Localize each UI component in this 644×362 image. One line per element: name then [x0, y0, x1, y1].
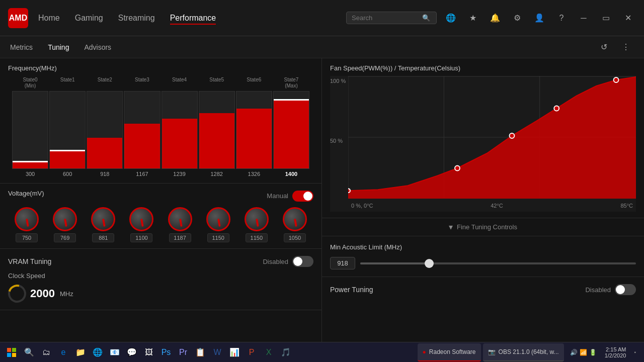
- acoustic-slider[interactable]: [360, 258, 636, 268]
- star-icon[interactable]: ★: [465, 10, 481, 26]
- voltage-toggle[interactable]: [292, 191, 313, 202]
- voltage-knob-3[interactable]: [129, 207, 153, 231]
- frequency-title: Frequency(MHz): [8, 64, 313, 72]
- freq-val-4: 1239: [162, 171, 198, 177]
- notification-area: 🔊 📶 🔋: [570, 349, 597, 356]
- voltage-knobs: 750 769 881 1100 1187: [8, 207, 313, 242]
- globe-icon[interactable]: 🌐: [443, 10, 459, 26]
- taskbar-excel-icon[interactable]: X: [261, 344, 277, 360]
- slider-thumb[interactable]: [425, 259, 434, 268]
- help-icon[interactable]: ?: [553, 10, 570, 26]
- taskbar-icon11[interactable]: 📊: [226, 344, 243, 360]
- radeon-software-app[interactable]: ● Radeon Software: [418, 343, 481, 361]
- taskbar-pr-icon[interactable]: Pr: [175, 344, 191, 360]
- state4-label: State4: [162, 77, 198, 89]
- power-tuning-title: Power Tuning: [330, 286, 373, 294]
- svg-rect-13: [7, 348, 11, 352]
- vram-header: VRAM Tuning Disabled: [8, 256, 313, 267]
- refresh-icon[interactable]: ↺: [596, 39, 612, 55]
- voltage-knob-2[interactable]: [91, 207, 115, 231]
- freq-val-3: 1167: [124, 171, 160, 177]
- taskbar-music-icon[interactable]: 🎵: [278, 344, 294, 360]
- power-tuning-toggle-row: Disabled: [585, 284, 636, 295]
- frequency-chart: State0(Min) State1 State2 State3 State4 …: [8, 77, 313, 177]
- freq-val-2: 918: [87, 171, 123, 177]
- clock-value-row: 2000 MHz: [8, 285, 313, 303]
- frequency-bars: [12, 91, 309, 169]
- taskbar-quick-icons: 🔍 🗂 e 📁 🌐 📧 💬 🖼 Ps Pr 📋 W 📊 P X 🎵: [21, 344, 416, 360]
- vram-toggle[interactable]: [292, 256, 313, 267]
- svg-rect-14: [12, 348, 16, 352]
- acoustic-slider-row: 918: [330, 257, 636, 269]
- frequency-values: 300 600 918 1167 1239 1282 1326 1400: [12, 171, 309, 177]
- taskbar-word-icon[interactable]: W: [209, 344, 225, 360]
- knob-7: 1050: [283, 207, 307, 242]
- vram-toggle-knob: [293, 257, 302, 266]
- second-nav-right: ↺ ⋮: [596, 39, 634, 55]
- freq-bar-2[interactable]: [87, 91, 123, 169]
- voltage-knob-6[interactable]: [245, 207, 269, 231]
- tab-tuning[interactable]: Tuning: [48, 41, 69, 53]
- nav-home[interactable]: Home: [38, 12, 60, 25]
- search-box[interactable]: 🔍: [346, 12, 437, 24]
- taskbar-folder-icon[interactable]: 📁: [72, 344, 89, 360]
- more-icon[interactable]: ⋮: [618, 39, 634, 55]
- taskbar-apps: ● Radeon Software 📷 OBS 21.1.0 (64bit, w…: [418, 343, 564, 361]
- user-icon[interactable]: 👤: [531, 10, 547, 26]
- freq-bar-7[interactable]: [273, 91, 309, 169]
- minimize-icon[interactable]: ─: [576, 10, 592, 26]
- freq-bar-6[interactable]: [236, 91, 272, 169]
- fine-tuning-row[interactable]: ▾ Fine Tuning Controls: [322, 218, 644, 236]
- taskbar-task-icon[interactable]: 🗂: [38, 344, 54, 360]
- taskbar-ppt-icon[interactable]: P: [244, 344, 260, 360]
- settings-icon[interactable]: ⚙: [509, 10, 525, 26]
- tray-icon1[interactable]: 🔊: [570, 349, 578, 356]
- taskbar-chrome-icon[interactable]: 🌐: [90, 344, 106, 360]
- chevron-down-icon: ▾: [449, 222, 453, 232]
- tab-advisors[interactable]: Advisors: [84, 41, 111, 53]
- taskbar-edge-icon[interactable]: e: [55, 344, 71, 360]
- taskbar-search-icon[interactable]: 🔍: [21, 344, 37, 360]
- bell-icon[interactable]: 🔔: [487, 10, 503, 26]
- freq-bar-1[interactable]: [49, 91, 86, 169]
- taskbar-ps-icon[interactable]: Ps: [158, 344, 174, 360]
- nav-performance[interactable]: Performance: [170, 12, 216, 25]
- voltage-knob-1[interactable]: [53, 207, 77, 231]
- taskbar: 🔍 🗂 e 📁 🌐 📧 💬 🖼 Ps Pr 📋 W 📊 P X 🎵 ● Rade…: [0, 342, 644, 362]
- freq-val-5: 1282: [199, 171, 235, 177]
- nav-streaming[interactable]: Streaming: [118, 12, 155, 25]
- taskbar-icon5[interactable]: 💬: [124, 344, 140, 360]
- svg-rect-16: [12, 353, 16, 357]
- search-icon[interactable]: 🔍: [422, 14, 430, 22]
- close-icon[interactable]: ✕: [620, 10, 636, 26]
- fan-xlabel-85: 85°C: [620, 203, 633, 209]
- search-input[interactable]: [352, 14, 422, 22]
- freq-bar-4[interactable]: [162, 91, 198, 169]
- nav-right: 🔍 🌐 ★ 🔔 ⚙ 👤 ? ─ ▭ ✕: [346, 10, 636, 26]
- nav-gaming[interactable]: Gaming: [75, 12, 103, 25]
- taskbar-clock[interactable]: 2:15 AM 1/2/2020: [601, 346, 630, 358]
- tab-metrics[interactable]: Metrics: [10, 41, 33, 53]
- obs-app[interactable]: 📷 OBS 21.1.0 (64bit, w...: [483, 343, 564, 361]
- power-tuning-header: Power Tuning Disabled: [330, 284, 636, 295]
- fan-xlabel-0: 0 %, 0°C: [351, 203, 373, 209]
- taskbar-icon4[interactable]: 📧: [107, 344, 123, 360]
- svg-rect-15: [7, 353, 11, 357]
- start-button[interactable]: [4, 345, 19, 360]
- voltage-knob-4[interactable]: [168, 207, 192, 231]
- voltage-knob-7[interactable]: [283, 207, 307, 231]
- taskbar-icon9[interactable]: 📋: [192, 344, 208, 360]
- power-tuning-toggle[interactable]: [615, 284, 636, 295]
- voltage-knob-5[interactable]: [206, 207, 230, 231]
- tray-icon2[interactable]: 📶: [580, 349, 587, 356]
- tray-icon3[interactable]: 🔋: [589, 349, 597, 356]
- freq-bar-0[interactable]: [12, 91, 48, 169]
- restore-icon[interactable]: ▭: [598, 10, 614, 26]
- freq-bar-3[interactable]: [124, 91, 160, 169]
- freq-bar-5[interactable]: [199, 91, 235, 169]
- taskbar-icon6[interactable]: 🖼: [141, 344, 157, 360]
- svg-point-11: [614, 77, 619, 82]
- voltage-knob-0[interactable]: [15, 207, 39, 231]
- freq-val-7: 1400: [273, 171, 309, 177]
- show-desktop-icon[interactable]: ▪: [634, 349, 636, 355]
